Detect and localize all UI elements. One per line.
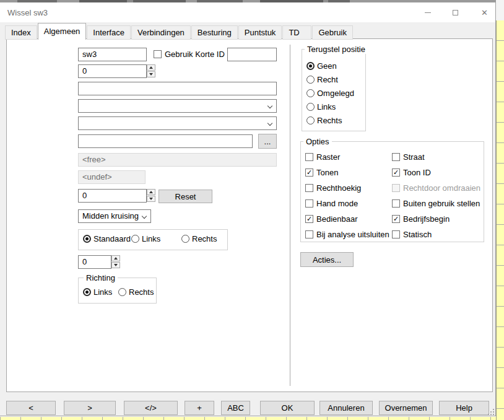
close-icon: ✕ <box>481 9 488 17</box>
subtype-radio-links[interactable] <box>131 235 139 243</box>
help-button[interactable]: Help <box>439 401 489 415</box>
accessoire-input[interactable]: 0 <box>78 255 111 269</box>
resize-grip-icon[interactable] <box>488 409 494 416</box>
rijweg-browse-button[interactable]: ... <box>258 134 277 149</box>
rijweg-input[interactable] <box>78 134 253 148</box>
tab-td[interactable]: TD <box>282 25 311 40</box>
opties-checkbox-label[interactable]: Statisch <box>403 230 432 239</box>
ok-button[interactable]: OK <box>260 401 315 415</box>
opties-checkbox-label[interactable]: Buiten gebruik stellen <box>403 199 480 208</box>
opties-checkbox-label[interactable]: Bedienbaar <box>316 214 358 224</box>
terugstel-radio-geen[interactable] <box>306 62 315 70</box>
type-select[interactable]: Midden kruising <box>78 209 151 223</box>
spinner-down-icon[interactable] <box>147 71 155 77</box>
abc-button[interactable]: ABC <box>221 401 250 415</box>
opties-checkbox-label[interactable]: Raster <box>316 152 340 162</box>
maximize-button[interactable] <box>441 2 469 22</box>
code-button[interactable]: </> <box>124 401 178 415</box>
tab-bar: Index Algemeen Interface Verbindingen Be… <box>5 24 354 40</box>
subtype-radio-label[interactable]: Standaard <box>93 234 131 243</box>
opties-checkbox-bij-analyse[interactable] <box>305 230 313 238</box>
opties-checkbox-toon-id[interactable] <box>392 168 400 177</box>
chevron-down-icon <box>267 103 272 108</box>
opties-checkbox-label[interactable]: Hand mode <box>316 199 358 208</box>
close-button[interactable]: ✕ <box>471 2 498 22</box>
opties-checkbox-label[interactable]: Rechthoekig <box>316 183 361 193</box>
opties-checkbox-tonen[interactable] <box>305 168 313 177</box>
opties-checkbox-buiten-gebruik[interactable] <box>392 199 400 208</box>
subtype-radio-standaard[interactable] <box>83 235 91 243</box>
tab-verbindingen[interactable]: Verbindingen <box>131 25 191 40</box>
window-title: Wissel sw3 <box>7 8 48 17</box>
opties-checkbox-raster[interactable] <box>305 153 313 161</box>
tab-interface[interactable]: Interface <box>87 25 131 40</box>
nummer-stepper <box>147 64 155 78</box>
blok-id-select[interactable] <box>78 116 277 130</box>
terugstel-radio-omgelegd[interactable] <box>306 89 315 97</box>
acties-button[interactable]: Acties... <box>300 252 354 267</box>
accessoire-stepper <box>111 255 120 269</box>
opties-checkbox-rechthoekig[interactable] <box>305 184 313 192</box>
screen: Wissel sw3 ✕ Index Algemeen Interface Ve… <box>0 0 504 420</box>
add-button[interactable]: + <box>185 401 214 415</box>
nummer-input[interactable]: 0 <box>78 64 147 78</box>
spinner-up-icon[interactable] <box>111 255 120 261</box>
opties-checkbox-label[interactable]: Toon ID <box>403 168 431 177</box>
workspace-grid-bottom <box>0 417 496 420</box>
decoder-select[interactable] <box>78 99 277 113</box>
opties-checkbox-statisch[interactable] <box>392 230 400 238</box>
subtype-radio-label[interactable]: Links <box>142 234 160 243</box>
minimize-icon <box>425 12 431 13</box>
spinner-up-icon[interactable] <box>147 64 155 71</box>
next-button[interactable]: > <box>64 401 116 415</box>
opties-checkbox-straat[interactable] <box>392 153 400 161</box>
korte-id-checkbox[interactable] <box>154 50 162 58</box>
annuleren-button[interactable]: Annuleren <box>319 401 373 415</box>
overnemen-button[interactable]: Overnemen <box>379 401 433 415</box>
opties-checkbox-hand-mode[interactable] <box>305 199 313 208</box>
terugstel-radio-label[interactable]: Rechts <box>317 116 342 125</box>
id-input[interactable]: sw3 <box>78 48 147 61</box>
terugstel-radio-label[interactable]: Omgelegd <box>317 89 354 98</box>
tab-puntstuk[interactable]: Puntstuk <box>238 25 282 40</box>
spinner-up-icon[interactable] <box>147 189 155 195</box>
richting-radio-label[interactable]: Rechts <box>129 287 154 297</box>
tab-algemeen[interactable]: Algemeen <box>38 23 87 40</box>
section-divider <box>290 45 290 386</box>
opties-checkbox-label[interactable]: Straat <box>403 152 425 162</box>
richting-group-label: Richting <box>84 273 118 282</box>
opties-checkbox-label[interactable]: Bij analyse uitsluiten <box>316 230 389 239</box>
geschakeld-input[interactable]: 0 <box>78 189 147 203</box>
terugstel-radio-rechts[interactable] <box>306 116 315 125</box>
minimize-button[interactable] <box>414 2 441 22</box>
richting-radio-label[interactable]: Links <box>93 287 112 297</box>
prev-button[interactable]: < <box>6 401 56 415</box>
tab-besturing[interactable]: Besturing <box>191 25 238 40</box>
korte-id-input[interactable] <box>227 48 277 61</box>
title-bar[interactable]: Wissel sw3 ✕ <box>0 2 495 22</box>
opties-checkbox-label[interactable]: Bedrijfsbegin <box>403 214 450 224</box>
beschrijving-input[interactable] <box>78 82 277 95</box>
spinner-down-icon[interactable] <box>111 262 120 268</box>
korte-id-label: Gebruik Korte ID <box>165 50 225 59</box>
terugstel-radio-label[interactable]: Geen <box>317 61 337 71</box>
spinner-down-icon[interactable] <box>147 196 155 202</box>
richting-radio-links[interactable] <box>83 288 91 296</box>
opties-checkbox-bedienbaar[interactable] <box>305 215 313 223</box>
terugstel-radio-links[interactable] <box>306 103 315 111</box>
opties-checkbox-rechtdoor-omdraaien <box>392 184 400 192</box>
workspace-grid-right <box>496 20 504 420</box>
tab-gebruik[interactable]: Gebruik <box>312 25 353 40</box>
terugstel-radio-recht[interactable] <box>306 76 315 84</box>
opties-checkbox-label[interactable]: Tonen <box>316 168 338 177</box>
subtype-radio-rechts[interactable] <box>181 235 189 243</box>
terugstel-radio-label[interactable]: Recht <box>317 75 338 84</box>
maximize-icon <box>453 10 458 15</box>
richting-radio-rechts[interactable] <box>118 288 126 296</box>
subtype-radio-label[interactable]: Rechts <box>192 234 217 243</box>
opties-checkbox-bedrijfsbegin[interactable] <box>392 215 400 223</box>
dialog-wissel: Wissel sw3 ✕ Index Algemeen Interface Ve… <box>0 2 496 416</box>
tab-index[interactable]: Index <box>5 25 37 40</box>
reset-button[interactable]: Reset <box>159 190 212 203</box>
terugstel-radio-label[interactable]: Links <box>317 102 336 112</box>
